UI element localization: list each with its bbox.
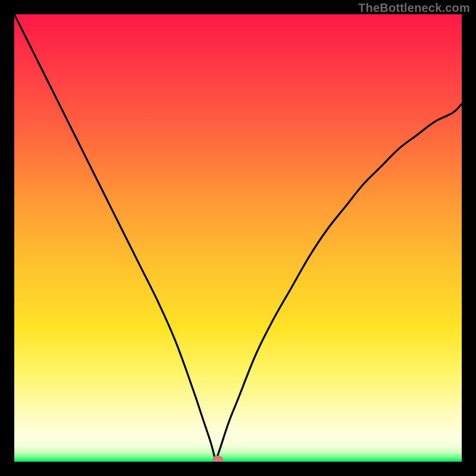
watermark-text: TheBottleneck.com bbox=[358, 1, 470, 15]
cusp-marker bbox=[212, 456, 223, 462]
bottleneck-curve bbox=[14, 14, 462, 462]
curve-right-branch bbox=[215, 104, 462, 462]
chart-frame: TheBottleneck.com bbox=[0, 0, 476, 476]
plot-area bbox=[14, 14, 462, 462]
curve-left-branch bbox=[14, 14, 215, 462]
